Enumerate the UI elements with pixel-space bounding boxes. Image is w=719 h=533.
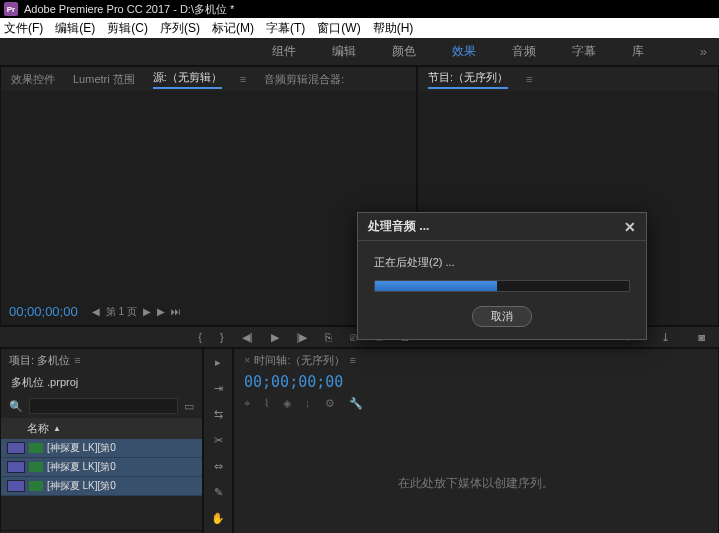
app-icon: Pr: [4, 2, 18, 16]
pager-play-icon[interactable]: ▶: [157, 306, 165, 317]
item-thumb-icon: [7, 480, 25, 492]
mark-out-icon[interactable]: }: [220, 331, 224, 343]
menu-sequence[interactable]: 序列(S): [160, 20, 200, 37]
title-bar: Pr Adobe Premiere Pro CC 2017 - D:\多机位 *: [0, 0, 719, 18]
selection-tool-icon[interactable]: ▸: [209, 355, 227, 371]
tab-assembly[interactable]: 组件: [272, 43, 296, 60]
program-panel-tabs: 节目:（无序列） ≡: [418, 67, 718, 91]
menu-window[interactable]: 窗口(W): [317, 20, 360, 37]
tab-captions[interactable]: 字幕: [572, 43, 596, 60]
project-filename: 多机位 .prproj: [1, 371, 202, 394]
play-icon[interactable]: ▶: [271, 331, 279, 344]
settings-icon[interactable]: ⚙: [325, 397, 335, 410]
hand-tool-icon[interactable]: ✋: [209, 510, 227, 526]
column-header-name[interactable]: 名称 ▲: [1, 418, 202, 439]
project-search-input[interactable]: [29, 398, 178, 414]
item-label: [神探夏 LK][第0: [47, 441, 116, 455]
step-fwd-icon[interactable]: |▶: [297, 331, 308, 344]
search-icon[interactable]: 🔍: [9, 400, 23, 413]
timeline-panel: × 时间轴:（无序列） ≡ 00;00;00;00 ⌖ ⌇ ◈ ↓ ⚙ 🔧 在此…: [233, 348, 719, 533]
project-panel: 项目: 多机位 ≡ 多机位 .prproj 🔍 ▭ 名称 ▲ [神探夏 LK][…: [0, 348, 203, 533]
project-item[interactable]: [神探夏 LK][第0: [1, 458, 202, 477]
ripple-tool-icon[interactable]: ⇆: [209, 407, 227, 423]
ptab-effect-controls[interactable]: 效果控件: [11, 72, 55, 87]
source-timecode[interactable]: 00;00;00;00: [9, 304, 78, 319]
project-item[interactable]: [神探夏 LK][第0: [1, 439, 202, 458]
menu-edit[interactable]: 编辑(E): [55, 20, 95, 37]
pen-tool-icon[interactable]: ✎: [209, 484, 227, 500]
progress-bar: [374, 280, 630, 292]
extract-icon[interactable]: ⤓: [661, 331, 670, 344]
cancel-button[interactable]: 取消: [472, 306, 532, 327]
progress-fill: [375, 281, 497, 291]
menu-file[interactable]: 文件(F): [4, 20, 43, 37]
menu-help[interactable]: 帮助(H): [373, 20, 414, 37]
marker-icon[interactable]: ◈: [283, 397, 291, 410]
timeline-timecode[interactable]: 00;00;00;00: [234, 371, 718, 393]
clip-icon: [29, 462, 43, 472]
snapshot-icon[interactable]: ◙: [698, 331, 705, 343]
ptab-program[interactable]: 节目:（无序列）: [428, 70, 508, 89]
progress-dialog: 处理音频 ... ✕ 正在后处理(2) ... 取消: [357, 212, 647, 340]
panel-menu-icon[interactable]: ≡: [350, 354, 356, 366]
panel-menu-icon[interactable]: ≡: [74, 354, 80, 366]
timeline-icons: ⌖ ⌇ ◈ ↓ ⚙ 🔧: [234, 393, 718, 414]
workspace-expand-icon[interactable]: »: [700, 44, 707, 59]
tab-color[interactable]: 颜色: [392, 43, 416, 60]
close-tab-icon[interactable]: ×: [244, 354, 250, 366]
pager-text: 第 1 页: [106, 305, 137, 319]
dialog-titlebar: 处理音频 ... ✕: [358, 213, 646, 241]
workspace-tabs: 组件 编辑 颜色 效果 音频 字幕 库 »: [0, 38, 719, 66]
menu-bar: 文件(F) 编辑(E) 剪辑(C) 序列(S) 标记(M) 字幕(T) 窗口(W…: [0, 18, 719, 38]
ptab-audio-mixer[interactable]: 音频剪辑混合器:: [264, 72, 344, 87]
source-panel-tabs: 效果控件 Lumetri 范围 源:（无剪辑） ≡ 音频剪辑混合器:: [1, 67, 416, 91]
project-header[interactable]: 项目: 多机位: [9, 353, 70, 368]
step-back-icon[interactable]: ◀|: [242, 331, 253, 344]
tab-audio[interactable]: 音频: [512, 43, 536, 60]
new-bin-icon[interactable]: ▭: [184, 400, 194, 413]
project-item[interactable]: [神探夏 LK][第0: [1, 477, 202, 496]
timeline-drop-area[interactable]: 在此处放下媒体以创建序列。: [234, 414, 718, 533]
tab-libraries[interactable]: 库: [632, 43, 644, 60]
pager-prev-icon[interactable]: ◀: [92, 306, 100, 317]
mark-in-icon[interactable]: {: [198, 331, 202, 343]
link-icon[interactable]: ⌇: [264, 397, 269, 410]
dialog-title: 处理音频 ...: [368, 218, 429, 235]
tab-effects[interactable]: 效果: [452, 43, 476, 60]
pager-next-icon[interactable]: ▶: [143, 306, 151, 317]
panel-menu-icon[interactable]: ≡: [240, 73, 246, 85]
timeline-header[interactable]: 时间轴:（无序列）: [254, 353, 345, 368]
item-label: [神探夏 LK][第0: [47, 460, 116, 474]
sort-arrow-icon: ▲: [53, 424, 61, 433]
tools-column: ▸ ⇥ ⇆ ✂ ⇔ ✎ ✋ T: [203, 348, 233, 533]
wrench-icon[interactable]: 🔧: [349, 397, 363, 410]
source-pager: ◀ 第 1 页 ▶ ▶ ⏭: [92, 305, 181, 319]
dialog-message: 正在后处理(2) ...: [374, 255, 630, 270]
panel-menu-icon[interactable]: ≡: [526, 73, 532, 85]
clip-icon: [29, 481, 43, 491]
menu-clip[interactable]: 剪辑(C): [107, 20, 148, 37]
column-label: 名称: [27, 421, 49, 436]
project-item-list: [神探夏 LK][第0 [神探夏 LK][第0 [神探夏 LK][第0: [1, 439, 202, 530]
item-thumb-icon: [7, 461, 25, 473]
ptab-lumetri[interactable]: Lumetri 范围: [73, 72, 135, 87]
track-select-tool-icon[interactable]: ⇥: [209, 381, 227, 397]
pager-end-icon[interactable]: ⏭: [171, 306, 181, 317]
menu-title[interactable]: 字幕(T): [266, 20, 305, 37]
item-label: [神探夏 LK][第0: [47, 479, 116, 493]
razor-tool-icon[interactable]: ✂: [209, 433, 227, 449]
source-viewer: 00;00;00;00 ◀ 第 1 页 ▶ ▶ ⏭ ⟲: [1, 91, 416, 325]
ptab-source[interactable]: 源:（无剪辑）: [153, 70, 222, 89]
snap-icon[interactable]: ⌖: [244, 397, 250, 410]
close-icon[interactable]: ✕: [624, 219, 636, 235]
tab-editing[interactable]: 编辑: [332, 43, 356, 60]
slip-tool-icon[interactable]: ⇔: [209, 459, 227, 475]
window-title: Adobe Premiere Pro CC 2017 - D:\多机位 *: [24, 2, 234, 17]
add-marker-icon[interactable]: ↓: [305, 397, 311, 410]
insert-icon[interactable]: ⎘: [325, 331, 332, 343]
source-panel: 效果控件 Lumetri 范围 源:（无剪辑） ≡ 音频剪辑混合器: 00;00…: [0, 66, 417, 326]
item-thumb-icon: [7, 442, 25, 454]
menu-marker[interactable]: 标记(M): [212, 20, 254, 37]
lower-panels: 项目: 多机位 ≡ 多机位 .prproj 🔍 ▭ 名称 ▲ [神探夏 LK][…: [0, 348, 719, 533]
drop-hint-text: 在此处放下媒体以创建序列。: [398, 475, 554, 492]
